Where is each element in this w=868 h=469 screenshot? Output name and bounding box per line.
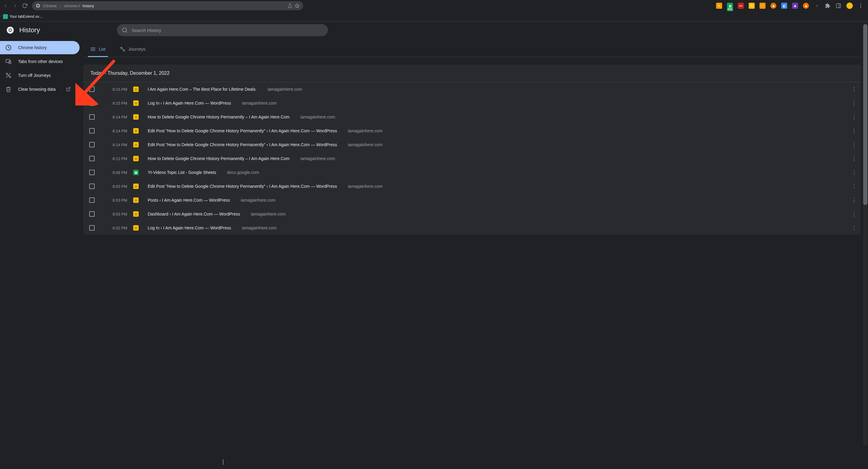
history-row[interactable]: 8:12 PM☺How to Delete Google Chrome Hist…: [83, 152, 861, 165]
clock-icon: [5, 44, 11, 51]
extension-icon[interactable]: ✎: [716, 3, 722, 9]
chrome-menu-icon[interactable]: [858, 3, 864, 8]
history-row[interactable]: 8:08 PM▦Yt-Videos Topic List - Google Sh…: [83, 165, 861, 179]
omnibox[interactable]: Chrome | chrome://history: [32, 1, 303, 10]
row-time: 8:15 PM: [101, 101, 127, 105]
chrome-icon: [36, 3, 40, 8]
row-checkbox[interactable]: [89, 211, 95, 217]
row-title[interactable]: Dashboard ‹ I Am Again Here.Com — WordPr…: [148, 212, 240, 216]
favicon-icon: ☺: [133, 197, 138, 203]
row-title[interactable]: Log In ‹ I Am Again Here.Com — WordPress: [148, 225, 231, 230]
row-time: 8:03 PM: [101, 184, 127, 189]
row-checkbox[interactable]: [89, 142, 95, 147]
extension-icon[interactable]: ▦ 485: [727, 3, 733, 9]
history-row[interactable]: 8:03 PM☺Posts ‹ I Am Again Here.Com — Wo…: [83, 193, 861, 207]
bookmark-item[interactable]: Your tabExtend ov…: [3, 14, 43, 19]
share-icon[interactable]: [287, 3, 292, 8]
svg-line-19: [6, 73, 11, 78]
extension-icon[interactable]: N: [749, 3, 755, 9]
omnibox-prefix: chrome://: [64, 4, 80, 8]
extension-icon[interactable]: ◉: [803, 3, 809, 9]
row-checkbox[interactable]: [89, 197, 95, 203]
reload-button[interactable]: [21, 1, 29, 10]
svg-point-27: [121, 47, 122, 49]
extension-icon[interactable]: •••: [738, 3, 744, 9]
search-icon: [122, 27, 128, 33]
history-card: Today - Thursday, December 1, 2022 8:15 …: [83, 64, 861, 235]
row-checkbox[interactable]: [89, 225, 95, 230]
row-title[interactable]: I Am Again Here.Com – The Best Place for…: [148, 87, 257, 92]
row-title[interactable]: Edit Post "How to Delete Google Chrome H…: [148, 142, 337, 147]
row-more-menu[interactable]: ⋮: [850, 114, 858, 120]
row-checkbox[interactable]: [89, 128, 95, 133]
sidebar-item-chrome-history[interactable]: Chrome history: [0, 41, 80, 54]
sidebar-item-turn-off-journeys[interactable]: Turn off Journeys: [0, 69, 80, 82]
forward-button[interactable]: [11, 1, 19, 10]
row-checkbox[interactable]: [89, 100, 95, 106]
history-header: History: [0, 22, 868, 39]
row-title[interactable]: Posts ‹ I Am Again Here.Com — WordPress: [148, 198, 230, 202]
history-row[interactable]: 8:15 PM☺Log In ‹ I Am Again Here.Com — W…: [83, 96, 861, 110]
svg-marker-3: [295, 4, 299, 7]
omnibox-path: history: [83, 4, 94, 8]
favicon-icon: ☺: [133, 142, 138, 147]
row-more-menu[interactable]: ⋮: [850, 197, 858, 204]
extension-icon[interactable]: 〰: [760, 3, 766, 9]
row-domain: iamagainhere.com: [251, 212, 285, 216]
row-title[interactable]: How to Delete Google Chrome History Perm…: [148, 115, 290, 119]
row-more-menu[interactable]: ⋮: [850, 142, 858, 148]
row-more-menu[interactable]: ⋮: [850, 100, 858, 106]
svg-line-13: [126, 31, 127, 33]
search-input[interactable]: [131, 28, 323, 33]
extension-badge: 485: [727, 7, 733, 11]
favicon-icon: ☺: [133, 87, 138, 92]
row-more-menu[interactable]: ⋮: [850, 183, 858, 190]
row-domain: iamagainhere.com: [268, 87, 302, 92]
back-button[interactable]: [1, 1, 10, 10]
sidebar-item-tabs-other-devices[interactable]: Tabs from other devices: [0, 55, 80, 68]
row-more-menu[interactable]: ⋮: [850, 86, 858, 93]
row-title[interactable]: Edit Post "How to Delete Google Chrome H…: [148, 184, 337, 189]
profile-avatar[interactable]: [846, 2, 853, 9]
row-title[interactable]: How to Delete Google Chrome History Perm…: [148, 156, 290, 161]
row-more-menu[interactable]: ⋮: [850, 211, 858, 217]
row-checkbox[interactable]: [89, 114, 95, 120]
scrollbar-track[interactable]: [863, 24, 867, 446]
search-history-box[interactable]: [117, 24, 328, 36]
history-row[interactable]: 8:14 PM☺How to Delete Google Chrome Hist…: [83, 110, 861, 124]
extension-icon[interactable]: ↗: [814, 3, 820, 9]
extensions-menu-icon[interactable]: [825, 3, 831, 8]
history-row[interactable]: 8:03 PM☺Edit Post "How to Delete Google …: [83, 179, 861, 193]
history-row[interactable]: 8:03 PM☺Dashboard ‹ I Am Again Here.Com …: [83, 207, 861, 221]
side-panel-icon[interactable]: [835, 3, 841, 8]
extension-icon[interactable]: ◉: [770, 3, 776, 9]
history-row[interactable]: 8:02 PM☺Log In ‹ I Am Again Here.Com — W…: [83, 221, 861, 235]
chrome-logo-icon: [6, 26, 14, 34]
row-title[interactable]: Edit Post "How to Delete Google Chrome H…: [148, 128, 337, 133]
row-more-menu[interactable]: ⋮: [850, 169, 858, 176]
sidebar-item-label: Turn off Journeys: [18, 73, 51, 78]
sidebar-item-label: Tabs from other devices: [18, 59, 63, 64]
svg-line-20: [68, 87, 70, 90]
row-title[interactable]: Log In ‹ I Am Again Here.Com — WordPress: [148, 101, 231, 105]
history-row[interactable]: 8:14 PM☺Edit Post "How to Delete Google …: [83, 138, 861, 152]
row-checkbox[interactable]: [89, 170, 95, 175]
history-row[interactable]: 8:14 PM☺Edit Post "How to Delete Google …: [83, 124, 861, 138]
scrollbar-thumb[interactable]: [863, 24, 867, 205]
extension-icon[interactable]: ◆: [792, 3, 798, 9]
sidebar-item-clear-browsing-data[interactable]: Clear browsing data: [0, 83, 80, 96]
bookmark-star-icon[interactable]: [295, 3, 300, 8]
tab-journeys[interactable]: Journeys: [118, 43, 148, 57]
extension-icon[interactable]: ◧: [781, 3, 787, 9]
row-more-menu[interactable]: ⋮: [850, 155, 858, 162]
history-row[interactable]: 8:15 PM☺I Am Again Here.Com – The Best P…: [83, 82, 861, 96]
row-more-menu[interactable]: ⋮: [850, 127, 858, 134]
row-checkbox[interactable]: [89, 87, 95, 92]
row-title[interactable]: Yt-Videos Topic List - Google Sheets: [148, 170, 216, 175]
row-checkbox[interactable]: [89, 184, 95, 189]
row-more-menu[interactable]: ⋮: [850, 224, 858, 231]
tab-list[interactable]: List: [88, 43, 108, 57]
row-checkbox[interactable]: [89, 156, 95, 161]
favicon-icon: ☺: [133, 184, 138, 189]
row-time: 8:15 PM: [101, 87, 127, 92]
